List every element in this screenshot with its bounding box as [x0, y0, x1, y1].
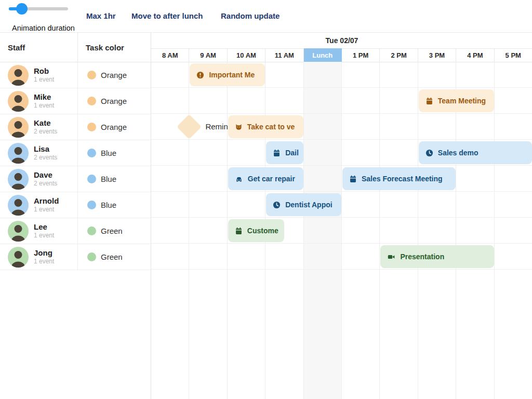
staff-cell[interactable]: Rob1 event — [0, 62, 78, 88]
animation-duration-slider[interactable]: Animation duration — [9, 5, 76, 10]
event-take-cat-to-ve[interactable]: Take cat to ve — [228, 115, 303, 138]
staff-row-lisa[interactable]: Lisa2 eventsBlue — [0, 140, 151, 166]
color-label: Blue — [101, 175, 116, 183]
staff-name: Mike — [34, 92, 54, 101]
staff-cell[interactable]: Kate2 events — [0, 114, 78, 140]
staff-row-kate[interactable]: Kate2 eventsOrange — [0, 114, 151, 140]
task-color-cell[interactable]: Blue — [78, 140, 151, 166]
task-color-cell[interactable]: Blue — [78, 192, 151, 218]
staff-event-count: 1 event — [34, 76, 54, 84]
calendar-icon — [425, 97, 433, 105]
timeline: Tue 02/07 8 AM9 AM10 AM11 AMLunch1 PM2 P… — [151, 33, 532, 399]
max-1hr-button[interactable]: Max 1hr — [86, 11, 116, 20]
staff-name: Lisa — [34, 144, 57, 153]
staff-row-jong[interactable]: Jong1 eventGreen — [0, 244, 151, 270]
staff-panel: Staff Task color Rob1 eventOrangeMike1 e… — [0, 33, 151, 399]
staff-name: Arnold — [34, 196, 59, 205]
alert-icon — [196, 71, 204, 79]
task-color-cell[interactable]: Blue — [78, 166, 151, 192]
video-icon — [387, 253, 395, 261]
task-color-cell[interactable]: Orange — [78, 62, 151, 88]
staff-row-mike[interactable]: Mike1 eventOrange — [0, 88, 151, 114]
event-label: Sales Forecast Meeting — [362, 175, 443, 183]
time-header-2-pm: 2 PM — [380, 48, 418, 62]
clock-icon — [273, 201, 281, 209]
event-important-me[interactable]: Important Me — [190, 63, 265, 86]
task-color-cell[interactable]: Orange — [78, 114, 151, 140]
color-dot — [87, 71, 96, 79]
event-label: Presentation — [400, 252, 444, 261]
time-header-11-am: 11 AM — [265, 48, 303, 62]
event-dail[interactable]: Dail — [266, 141, 303, 164]
scheduler-grid: Staff Task color Rob1 eventOrangeMike1 e… — [0, 32, 532, 399]
staff-cell[interactable]: Mike1 event — [0, 88, 78, 114]
color-label: Green — [101, 252, 123, 261]
event-custome[interactable]: Custome — [228, 219, 284, 242]
staff-cell[interactable]: Dave2 events — [0, 166, 78, 192]
slider-thumb[interactable] — [16, 3, 28, 15]
staff-row-lee[interactable]: Lee1 eventGreen — [0, 218, 151, 244]
timeline-body[interactable]: ReminImportant MeTeam MeetingTake cat to… — [151, 62, 532, 399]
day-header: Tue 02/07 — [151, 33, 532, 49]
event-label: Important Me — [209, 71, 255, 79]
random-update-button[interactable]: Random update — [221, 11, 280, 20]
staff-column-header: Staff — [0, 33, 78, 62]
color-dot — [87, 149, 96, 157]
avatar — [8, 117, 29, 138]
time-header-1-pm: 1 PM — [342, 48, 380, 62]
task-color-cell[interactable]: Green — [78, 218, 151, 244]
move-to-after-lunch-button[interactable]: Move to after lunch — [131, 11, 203, 20]
staff-name: Kate — [34, 118, 57, 127]
staff-event-count: 1 event — [34, 258, 54, 265]
slider-track[interactable] — [9, 7, 68, 10]
event-label: Get car repair — [248, 175, 295, 183]
staff-panel-header: Staff Task color — [0, 33, 151, 62]
color-dot — [87, 175, 96, 183]
toolbar: Animation duration Max 1hr Move to after… — [0, 0, 532, 32]
time-header-9-am: 9 AM — [189, 48, 227, 62]
staff-cell[interactable]: Jong1 event — [0, 244, 78, 270]
event-label: Sales demo — [438, 149, 478, 157]
staff-cell[interactable]: Lee1 event — [0, 218, 78, 244]
event-get-car-repair[interactable]: Get car repair — [228, 167, 303, 190]
color-label: Orange — [101, 71, 127, 79]
timeline-row[interactable] — [151, 218, 532, 244]
calendar-icon — [349, 175, 357, 183]
car-icon — [235, 175, 243, 183]
event-sales-forecast-meeting[interactable]: Sales Forecast Meeting — [342, 167, 456, 190]
time-header-8-am: 8 AM — [151, 48, 189, 62]
staff-cell[interactable]: Arnold1 event — [0, 192, 78, 218]
avatar — [8, 169, 29, 190]
task-color-cell[interactable]: Green — [78, 244, 151, 270]
color-label: Orange — [101, 123, 127, 131]
clock-icon — [425, 149, 433, 157]
timeline-row[interactable] — [151, 192, 532, 218]
color-label: Blue — [101, 201, 116, 209]
event-label: Dail — [285, 149, 299, 157]
calendar-icon — [235, 227, 243, 235]
timeline-row[interactable] — [151, 166, 532, 192]
event-label: Dentist Appoi — [285, 201, 332, 209]
event-dentist-appoi[interactable]: Dentist Appoi — [266, 193, 341, 216]
event-presentation[interactable]: Presentation — [380, 245, 494, 268]
color-dot — [87, 252, 96, 261]
color-label: Blue — [101, 149, 116, 157]
color-dot — [87, 123, 96, 131]
staff-cell[interactable]: Lisa2 events — [0, 140, 78, 166]
staff-row-dave[interactable]: Dave2 eventsBlue — [0, 166, 151, 192]
task-color-cell[interactable]: Orange — [78, 88, 151, 114]
event-team-meeting[interactable]: Team Meeting — [419, 89, 494, 112]
task-color-column-header: Task color — [78, 33, 151, 62]
staff-event-count: 1 event — [34, 102, 54, 110]
staff-event-count: 1 event — [34, 206, 59, 214]
staff-row-rob[interactable]: Rob1 eventOrange — [0, 62, 151, 88]
color-label: Orange — [101, 97, 127, 105]
milestone-label: Remin — [205, 122, 228, 131]
staff-event-count: 2 events — [34, 180, 57, 188]
color-dot — [87, 201, 96, 209]
avatar — [8, 221, 29, 242]
time-header-row: 8 AM9 AM10 AM11 AMLunch1 PM2 PM3 PM4 PM5… — [151, 48, 532, 62]
event-sales-demo[interactable]: Sales demo — [419, 141, 532, 164]
staff-name: Jong — [34, 248, 54, 257]
staff-row-arnold[interactable]: Arnold1 eventBlue — [0, 192, 151, 218]
